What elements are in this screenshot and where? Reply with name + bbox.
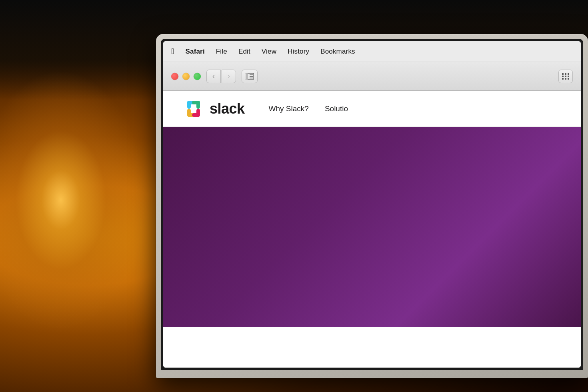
edit-menu[interactable]: Edit bbox=[238, 48, 250, 56]
back-button[interactable]: ‹ bbox=[206, 70, 221, 83]
svg-rect-1 bbox=[246, 73, 248, 80]
nav-buttons: ‹ › bbox=[206, 70, 236, 83]
forward-icon: › bbox=[228, 72, 230, 80]
minimize-button[interactable] bbox=[182, 73, 190, 80]
sidebar-toggle-icon bbox=[246, 73, 254, 80]
why-slack-link[interactable]: Why Slack? bbox=[269, 104, 309, 113]
browser-chrome: ‹ › bbox=[163, 62, 581, 91]
screen-bezel:  Safari File Edit View History Bookmark… bbox=[161, 39, 583, 370]
forward-button[interactable]: › bbox=[222, 70, 236, 83]
close-button[interactable] bbox=[171, 73, 178, 80]
grid-icon bbox=[562, 73, 570, 80]
svg-rect-8 bbox=[192, 101, 200, 104]
grid-button[interactable] bbox=[558, 70, 573, 83]
laptop-frame:  Safari File Edit View History Bookmark… bbox=[156, 34, 588, 378]
maximize-button[interactable] bbox=[194, 73, 201, 80]
slack-nav-links: Why Slack? Solutio bbox=[269, 104, 348, 113]
history-menu[interactable]: History bbox=[288, 48, 309, 56]
back-icon: ‹ bbox=[212, 72, 215, 80]
macos-menu-bar:  Safari File Edit View History Bookmark… bbox=[163, 41, 581, 62]
slack-logo: slack bbox=[183, 98, 245, 119]
slack-hero-section bbox=[163, 127, 581, 327]
webpage-content: slack Why Slack? Solutio bbox=[163, 91, 581, 368]
solutions-link[interactable]: Solutio bbox=[325, 104, 348, 113]
slack-navbar: slack Why Slack? Solutio bbox=[163, 91, 581, 127]
sidebar-toggle-button[interactable] bbox=[242, 70, 258, 83]
traffic-lights bbox=[171, 73, 201, 80]
bookmarks-menu[interactable]: Bookmarks bbox=[320, 48, 355, 56]
apple-menu[interactable]:  bbox=[171, 47, 174, 56]
screen:  Safari File Edit View History Bookmark… bbox=[163, 41, 581, 368]
file-menu[interactable]: File bbox=[216, 48, 227, 56]
slack-logo-icon bbox=[183, 98, 204, 119]
view-menu[interactable]: View bbox=[262, 48, 276, 56]
safari-menu[interactable]: Safari bbox=[186, 48, 205, 56]
lamp-glow-effect bbox=[0, 60, 152, 340]
slack-wordmark: slack bbox=[210, 100, 245, 117]
svg-rect-12 bbox=[192, 113, 200, 117]
